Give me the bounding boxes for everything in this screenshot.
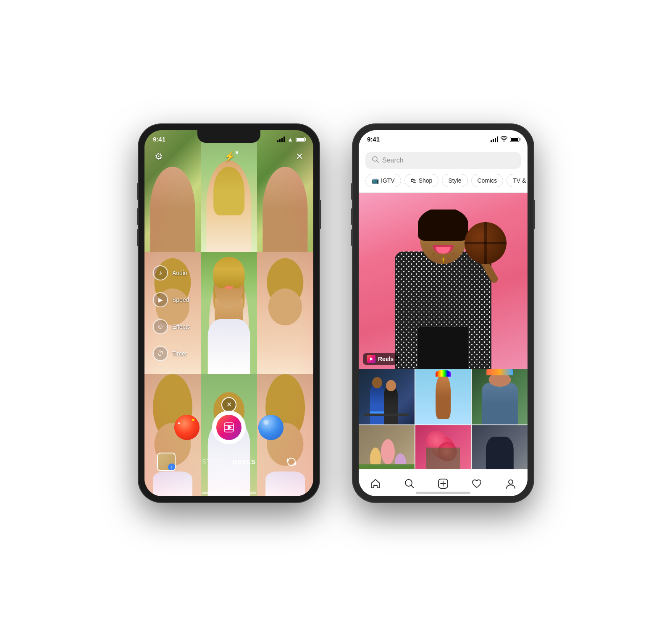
time-right: 9:41 [367, 136, 380, 143]
camera-ui: 9:41 ▲ [144, 130, 313, 496]
camera-mode-tabs: STORY REELS [202, 458, 256, 465]
nav-search[interactable] [400, 474, 419, 493]
status-bar-left: 9:41 ▲ [144, 130, 313, 149]
thumb-6[interactable] [472, 425, 528, 469]
thumb-1[interactable] [359, 369, 415, 425]
reels-badge-icon [367, 355, 375, 363]
search-icon [372, 156, 379, 165]
effects-menu-item[interactable]: ☺ Effects [153, 319, 190, 334]
battery-icon-left [296, 137, 305, 142]
filter-orb-sparkle[interactable] [174, 415, 200, 440]
svg-line-12 [411, 485, 414, 488]
gallery-thumbnail[interactable]: + [157, 453, 176, 471]
person-icon [505, 478, 516, 489]
effects-icon: ☺ [153, 319, 168, 334]
tab-shop[interactable]: 🛍 Shop [404, 174, 439, 187]
wifi-icon-left: ▲ [287, 136, 293, 143]
battery-icon-right [510, 137, 519, 142]
search-svg [372, 156, 379, 163]
audio-menu-item[interactable]: ♪ Audio [153, 265, 190, 280]
wifi-svg [501, 136, 507, 141]
settings-icon[interactable]: ⚙ [155, 151, 163, 162]
tab-igtv[interactable]: 📺 IGTV [365, 174, 401, 187]
flip-camera-icon [286, 456, 297, 468]
necklace-icon: ✝ [441, 256, 446, 264]
record-button-inner [216, 415, 242, 440]
svg-point-16 [509, 480, 513, 484]
search-bar-container: Search [359, 149, 528, 174]
left-phone: 9:41 ▲ [139, 124, 319, 502]
left-screen: 9:41 ▲ [144, 130, 313, 496]
create-icon [438, 478, 449, 489]
face-detail-left [432, 253, 435, 255]
search-placeholder: Search [382, 157, 404, 164]
igtv-tab-label: IGTV [381, 177, 395, 184]
basketball [465, 222, 507, 264]
reels-icon-svg [369, 356, 374, 361]
search-bar[interactable]: Search [365, 152, 521, 169]
heart-icon [471, 478, 482, 489]
home-bar-right [416, 492, 470, 494]
svg-marker-10 [370, 357, 373, 361]
camera-screen: 9:41 ▲ [144, 130, 313, 496]
nav-activity[interactable] [467, 474, 486, 493]
flash-icon[interactable]: ⚡ × [224, 151, 235, 162]
player-inner-shirt [418, 327, 468, 369]
nav-profile[interactable] [501, 474, 520, 493]
camera-bottom-controls: + STORY REELS [144, 343, 313, 475]
nav-home[interactable] [366, 474, 385, 493]
home-bar-left [202, 492, 256, 494]
nav-create[interactable] [434, 474, 452, 493]
notch-left [197, 130, 260, 143]
nav-search-icon [404, 478, 415, 489]
status-icons-right [491, 136, 519, 143]
camera-top-bar: ⚙ ⚡ × ✕ [144, 151, 313, 162]
filter-tabs: 📺 IGTV 🛍 Shop Style Comics TV & Movies [359, 174, 528, 193]
wifi-icon-right [501, 136, 507, 143]
tv-tab-label: TV & Movies [513, 177, 528, 184]
player-hair [418, 210, 468, 241]
svg-marker-1 [228, 425, 232, 430]
signal-icon-left [277, 136, 285, 142]
tab-tv-movies[interactable]: TV & Movies [507, 174, 528, 187]
style-tab-label: Style [448, 177, 461, 184]
player-mouth [433, 245, 454, 254]
reels-badge-label: Reels [378, 356, 394, 362]
speed-icon: ▶ [153, 292, 168, 307]
close-icon[interactable]: ✕ [296, 151, 303, 162]
thumb-5[interactable] [415, 425, 471, 469]
basketball-line-v [465, 222, 507, 264]
speed-menu-item[interactable]: ▶ Speed [153, 292, 190, 307]
shop-tab-label: Shop [419, 177, 433, 184]
thumb-3[interactable] [472, 369, 528, 425]
time-left: 9:41 [153, 136, 165, 143]
shop-tab-icon: 🛍 [411, 177, 417, 184]
reels-record-icon [223, 421, 235, 434]
flip-camera-button[interactable] [282, 453, 301, 471]
featured-reel[interactable]: ✝ [359, 193, 528, 369]
speed-label: Speed [172, 296, 189, 303]
home-icon [370, 478, 381, 489]
signal-icon-right [491, 136, 498, 142]
reels-badge: Reels [363, 353, 398, 365]
thumb-4[interactable] [359, 425, 415, 469]
comics-tab-label: Comics [478, 177, 497, 184]
filter-orb-blue[interactable] [258, 415, 284, 440]
status-icons-left: ▲ [277, 136, 305, 143]
thumb-2[interactable] [415, 369, 471, 425]
status-bar-right: 9:41 [359, 130, 528, 149]
tab-comics[interactable]: Comics [471, 174, 504, 187]
camera-nav: + STORY REELS [144, 453, 313, 471]
reels-tab[interactable]: REELS [233, 458, 256, 465]
thumbnail-grid [359, 369, 528, 469]
right-phone: 9:41 [353, 124, 533, 502]
record-area [144, 411, 313, 444]
svg-line-8 [377, 160, 379, 162]
record-button[interactable] [212, 411, 246, 444]
tab-style[interactable]: Style [442, 174, 467, 187]
igtv-tab-icon: 📺 [372, 177, 379, 184]
story-tab[interactable]: STORY [202, 458, 224, 465]
explore-content: ✝ [359, 193, 528, 469]
explore-screen: 9:41 [359, 130, 528, 496]
right-screen: 9:41 [359, 130, 528, 496]
